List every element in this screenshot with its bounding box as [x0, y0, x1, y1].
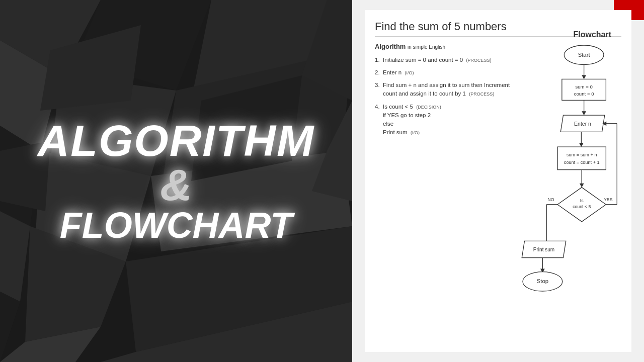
flowchart-svg: Start sum = 0 count = 0 Enter n: [516, 42, 621, 333]
algorithm-list: 1. Initialize sum = 0 and count = 0 (PRO…: [375, 56, 511, 137]
content-area: Algorithm in simple English 1. Initializ…: [375, 42, 621, 333]
left-title-block: ALGORITHM & FLOWCHART: [38, 119, 315, 243]
flowchart-init-label1: sum = 0: [575, 84, 592, 89]
algo-step-3: 3. Find sum + n and assign it to sum the…: [375, 81, 511, 99]
flowchart-process-label1: sum = sum + n: [567, 152, 597, 157]
flowchart-stop-label: Stop: [537, 278, 548, 284]
slide-label: Flowchart: [573, 30, 611, 39]
flowchart-section: Start sum = 0 count = 0 Enter n: [516, 42, 621, 333]
algorithm-section: Algorithm in simple English 1. Initializ…: [375, 42, 511, 333]
algo-step-1: 1. Initialize sum = 0 and count = 0 (PRO…: [375, 56, 511, 64]
title-flowchart: FLOWCHART: [38, 207, 315, 243]
svg-marker-23: [582, 75, 586, 79]
algo-step-4: 4. Is count < 5 (DECISION) if YES go to …: [375, 103, 511, 137]
flowchart-output-label: Print sum: [533, 247, 554, 252]
flowchart-yes-label: YES: [604, 197, 613, 202]
flowchart-decision-label1: Is: [580, 198, 584, 203]
algorithm-heading: Algorithm in simple English: [375, 42, 511, 52]
right-panel: Find the sum of 5 numbers Flowchart Algo…: [352, 0, 644, 362]
svg-marker-32: [580, 184, 584, 188]
left-panel: ALGORITHM & FLOWCHART: [0, 0, 352, 362]
flowchart-process-label2: count = count + 1: [564, 160, 600, 165]
svg-rect-24: [562, 79, 606, 100]
title-algorithm: ALGORITHM: [38, 119, 315, 163]
flowchart-no-label: NO: [547, 197, 554, 202]
algo-step-2: 2. Enter n (I/O): [375, 68, 511, 77]
algorithm-subheading: in simple English: [408, 44, 445, 50]
slide-content: Find the sum of 5 numbers Flowchart Algo…: [365, 10, 631, 352]
svg-marker-29: [579, 143, 584, 147]
flowchart-input-label: Enter n: [574, 121, 591, 127]
flowchart-start-label: Start: [578, 52, 591, 58]
svg-marker-26: [582, 111, 586, 115]
title-and: &: [38, 163, 315, 207]
flowchart-init-label2: count = 0: [574, 91, 594, 97]
flowchart-decision-label2: count < 5: [573, 204, 591, 209]
slide-title: Find the sum of 5 numbers: [375, 20, 507, 33]
svg-rect-30: [557, 147, 606, 170]
